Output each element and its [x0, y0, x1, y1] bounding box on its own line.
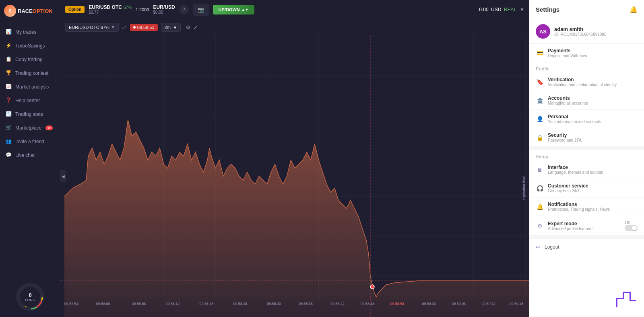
customer-service-text: Customer service Get any help 24/7: [548, 183, 588, 193]
expert-mode-title: Expert mode: [548, 221, 593, 226]
svg-text:09:58:42: 09:58:42: [330, 302, 345, 306]
chart-expand-button[interactable]: ⤢: [193, 24, 198, 31]
expiration-time-label: Expiration time: [522, 176, 526, 200]
asset-select[interactable]: EUR/USD OTC 67% ▼: [65, 23, 119, 32]
verification-text: Verification Verification and confirmati…: [548, 77, 617, 87]
expert-mode-toggle[interactable]: [625, 225, 638, 231]
sidebar-item-market-analysis[interactable]: 📈 Market analysis: [0, 80, 60, 94]
timeframe-select[interactable]: 2m ▼: [161, 23, 181, 32]
setup-section-label: Setup: [529, 150, 644, 161]
sidebar-item-marketplace[interactable]: 🛒 Marketplace 18: [0, 121, 60, 135]
sidebar-item-turbo-savings[interactable]: ⚡ TurboSavings: [0, 39, 60, 53]
balance-dropdown-arrow-icon[interactable]: ▼: [520, 7, 524, 12]
my-trades-icon: 📊: [6, 29, 12, 35]
verification-icon: 🔖: [536, 78, 544, 86]
settings-item-logout[interactable]: ↩ Logout: [529, 239, 644, 255]
svg-text:09:59:12: 09:59:12: [482, 302, 496, 306]
asset-select-label: EUR/USD OTC 67%: [69, 25, 109, 30]
video-button[interactable]: 📷: [193, 4, 209, 16]
svg-text:09:58:35: 09:58:35: [299, 302, 313, 306]
profile-section-label: Profile: [529, 62, 644, 73]
settings-item-verification[interactable]: 🔖 Verification Verification and confirma…: [529, 73, 644, 91]
personal-sub: Your information and contacts: [548, 119, 601, 124]
settings-item-payments[interactable]: 💳 Payments Deposit and Withdraw: [529, 44, 644, 62]
trading-contest-icon: 🏆: [6, 70, 12, 76]
balance-display: 0.00 USD REAL: [479, 7, 516, 12]
security-title: Security: [548, 132, 582, 138]
settings-item-expert-mode[interactable]: ⚙ Expert mode Advanced profile features …: [529, 216, 644, 236]
bell-icon[interactable]: 🔔: [630, 6, 638, 13]
up-down-label: UP/DOWN: [219, 7, 240, 12]
security-icon: 🔒: [536, 134, 544, 142]
sidebar-item-label: Invite a friend: [15, 139, 44, 144]
accounts-text: Accounts Managing all accounts: [548, 95, 588, 105]
verification-sub: Verification and confirmation of identit…: [548, 82, 617, 87]
asset-eurusd-name: EUR/USD: [153, 4, 175, 10]
trading-stats-icon: 📉: [6, 111, 12, 117]
svg-text:09:58:06: 09:58:06: [132, 302, 146, 306]
user-id: ID: ROUM017316645891080: [554, 32, 607, 37]
trade-type-button[interactable]: Option: [65, 6, 85, 13]
settings-panel: Settings 🔔 AS adam smith ID: ROUM0173166…: [529, 0, 644, 317]
sidebar-item-label: Market analysis: [15, 84, 49, 90]
avatar: AS: [536, 24, 550, 39]
customer-service-title: Customer service: [548, 183, 588, 189]
logo-icon: R: [4, 5, 16, 17]
settings-item-accounts[interactable]: 🏦 Accounts Managing all accounts: [529, 91, 644, 110]
up-down-button[interactable]: UP/DOWN ▲▼: [213, 5, 254, 14]
payments-text: Payments Deposit and Withdraw: [548, 48, 587, 58]
customer-service-icon: 🎧: [536, 184, 544, 192]
market-analysis-icon: 📈: [6, 84, 12, 90]
timeframe-label: 2m: [165, 25, 171, 30]
sidebar-item-copy-trading[interactable]: 📋 Copy trading: [0, 53, 60, 66]
settings-item-customer-service[interactable]: 🎧 Customer service Get any help 24/7: [529, 179, 644, 198]
sidebar-item-live-chat[interactable]: 💬 Live chat: [0, 148, 60, 162]
settings-item-interface[interactable]: 🖥 Interface Language, themes and sounds: [529, 161, 644, 179]
svg-text:09:58:54: 09:58:54: [390, 302, 404, 306]
compare-button[interactable]: ⇌: [122, 24, 127, 31]
expert-mode-toggle-off-label: Off: [625, 220, 638, 231]
chart-settings-button[interactable]: ⚙: [186, 24, 191, 31]
interface-title: Interface: [548, 165, 603, 170]
chart-icons: ⚙ ⤢: [186, 24, 198, 31]
chart-toolbar: EUR/USD OTC 67% ▼ ⇌ 09:58:53 2m ▼ ⚙ ⤢: [60, 19, 529, 35]
brand-logo-graphic: [613, 286, 638, 311]
sidebar-item-label: Live chat: [15, 152, 35, 158]
svg-text:09:59:00: 09:59:00: [422, 302, 436, 306]
sidebar-item-my-trades[interactable]: 📊 My trades: [0, 25, 60, 39]
marketplace-badge: 18: [45, 126, 53, 130]
payments-icon: 💳: [536, 49, 544, 57]
account-type-label: REAL: [504, 7, 516, 12]
help-button[interactable]: ?: [179, 5, 189, 14]
interface-icon: 🖥: [536, 166, 544, 174]
svg-text:09:57:54: 09:57:54: [64, 302, 78, 306]
sidebar-item-trading-stats[interactable]: 📉 Trading stats: [0, 107, 60, 121]
settings-logo-bottom: [529, 280, 644, 317]
sidebar-item-help-center[interactable]: ❓ Help center: [0, 94, 60, 107]
timer-display: 09:58:53: [130, 24, 158, 31]
sidebar-item-label: Trading contest: [15, 70, 48, 76]
invite-friend-icon: 👥: [6, 138, 12, 145]
asset-eurusd-price: $0.00: [153, 10, 175, 14]
up-down-arrow-icon: ▲▼: [242, 8, 249, 12]
marketplace-icon: 🛒: [6, 125, 12, 131]
svg-text:09:59:18: 09:59:18: [510, 302, 524, 306]
turbo-savings-icon: ⚡: [6, 43, 12, 49]
logout-icon: ↩: [536, 244, 541, 250]
svg-text:09:59:06: 09:59:06: [452, 302, 466, 306]
user-row: AS adam smith ID: ROUM017316645891080: [529, 19, 644, 44]
asset-otc-info: EUR/USD OTC 67% $0.77: [89, 4, 132, 14]
security-sub: Password and 2FA: [548, 138, 582, 142]
settings-title: Settings: [536, 6, 559, 13]
interface-sub: Language, themes and sounds: [548, 170, 603, 175]
settings-item-notifications[interactable]: 🔔 Notifications Promotions, Trading sign…: [529, 198, 644, 216]
sidebar-item-trading-contest[interactable]: 🏆 Trading contest: [0, 66, 60, 80]
settings-divider: [529, 147, 644, 150]
svg-text:09:58:30: 09:58:30: [267, 302, 281, 306]
verification-title: Verification: [548, 77, 617, 82]
sidebar-item-invite-friend[interactable]: 👥 Invite a friend: [0, 135, 60, 148]
svg-text:09:58:48: 09:58:48: [360, 302, 374, 306]
settings-item-personal[interactable]: 👤 Personal Your information and contacts: [529, 110, 644, 128]
settings-item-security[interactable]: 🔒 Security Password and 2FA: [529, 128, 644, 147]
chart-collapse-button[interactable]: ◀: [60, 170, 66, 182]
